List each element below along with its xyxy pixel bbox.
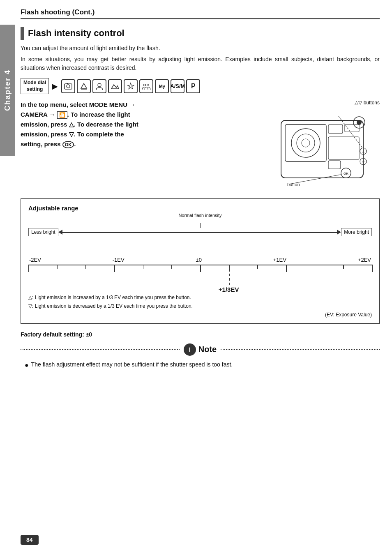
svg-point-10 (291, 129, 320, 157)
instruction-text: In the top menu, select MODE MENU → CAME… (21, 100, 256, 190)
less-bright-box: Less bright (28, 228, 58, 236)
mode-icon-portrait (92, 79, 106, 93)
mode-icon-asm: A/S/M (171, 79, 184, 93)
range-box-title: Adjustable range (28, 205, 372, 212)
chapter-tab: Chapter 4 (0, 25, 15, 156)
svg-rect-13 (328, 124, 343, 134)
more-bright-box: More bright (341, 228, 372, 236)
note-label-container: i Note (184, 343, 217, 356)
instruction-paragraph: In the top menu, select MODE MENU → CAME… (21, 100, 256, 149)
instruction-area: In the top menu, select MODE MENU → CAME… (21, 100, 380, 190)
svg-point-7 (147, 84, 149, 86)
scale-minus2ev: -2EV (29, 257, 41, 263)
right-arrow-line (200, 228, 341, 236)
mode-icon-night (124, 79, 138, 93)
mode-icon-camera (61, 79, 75, 93)
ticks-container: +1/3EV (28, 265, 372, 281)
svg-text:△: △ (362, 150, 365, 154)
current-indicator-line (229, 265, 230, 285)
note-text: ● The flash adjustment effect may not be… (25, 360, 380, 371)
section-title: Flash intensity control (28, 28, 125, 39)
camera-illustration: OK △ ▽ button (265, 108, 371, 190)
ev-note: (EV: Exposure Value) (28, 312, 372, 318)
svg-text:▽: ▽ (362, 160, 365, 164)
mode-icons: My A/S/M P (61, 79, 200, 93)
mode-icon-action (77, 79, 91, 93)
svg-text:OK: OK (344, 172, 348, 175)
note-divider: i Note (21, 343, 380, 356)
normal-flash-label: Normal flash intensity (178, 212, 221, 218)
mode-icon-p: P (186, 79, 200, 93)
mode-dial-arrow: ▶ (52, 82, 58, 91)
camera-area: △▽ buttons (265, 100, 380, 190)
scale-row: -2EV -1EV ±0 +1EV +2EV (28, 257, 372, 263)
bullet-symbol: ● (25, 360, 29, 371)
svg-point-11 (297, 134, 315, 152)
note-label-text: Note (198, 345, 217, 354)
mode-dial-label: Mode dial setting (21, 78, 49, 94)
current-value-label: +1/3EV (219, 286, 239, 293)
factory-default-label: Factory default setting: (21, 331, 84, 338)
heading-bar (21, 27, 24, 40)
svg-rect-15 (328, 137, 359, 159)
range-note-down: ▽: Light emission is decreased by a 1/3 … (28, 302, 372, 310)
top-section-title: Flash shooting (Cont.) (21, 8, 380, 16)
left-arrow-line (58, 228, 200, 236)
svg-point-6 (144, 84, 146, 86)
page-number: 84 (21, 535, 39, 545)
intro-line-2: In some situations, you may get better r… (21, 55, 380, 72)
top-section-heading: Flash shooting (Cont.) (21, 8, 380, 19)
svg-rect-2 (67, 83, 68, 84)
factory-default-value: ±0 (86, 331, 92, 338)
arrow-row: Less bright More bright (28, 228, 372, 236)
scale-minus1ev: -1EV (113, 257, 125, 263)
svg-marker-5 (128, 83, 134, 89)
scale-plus2ev: +2EV (358, 257, 371, 263)
main-page: Flash shooting (Cont.) Flash intensity c… (21, 0, 380, 371)
normal-flash-pointer (200, 223, 201, 228)
note-dots-left (21, 349, 180, 350)
range-note-up: △: Light emission is increased by a 1/3 … (28, 293, 372, 302)
svg-point-12 (302, 139, 310, 147)
mode-icon-my: My (155, 79, 169, 93)
mode-icon-group (139, 79, 153, 93)
dv-buttons-label: △▽ buttons (355, 100, 380, 106)
range-notes: △: Light emission is increased by a 1/3 … (28, 293, 372, 310)
note-icon: i (184, 343, 196, 356)
range-box: Adjustable range Normal flash intensity … (21, 198, 380, 324)
scale-zero: ±0 (196, 257, 202, 263)
svg-rect-8 (281, 120, 363, 178)
factory-default: Factory default setting: ±0 (21, 331, 380, 338)
svg-point-18 (357, 120, 362, 125)
svg-point-1 (67, 85, 70, 88)
flash-heading: Flash intensity control (21, 27, 380, 40)
scale-plus1ev: +1EV (273, 257, 286, 263)
chapter-label: Chapter 4 (3, 69, 12, 111)
note-item-1-text: The flash adjustment effect may not be s… (31, 360, 233, 369)
mode-dial-row: Mode dial setting ▶ (21, 78, 380, 94)
intro-line-1: You can adjust the amount of light emitt… (21, 44, 380, 53)
mode-icon-landscape (108, 79, 122, 93)
note-item-1: ● The flash adjustment effect may not be… (25, 360, 380, 371)
svg-point-4 (98, 83, 101, 87)
svg-text:button: button (287, 182, 300, 187)
note-dots-right (221, 349, 380, 350)
svg-rect-16 (328, 161, 341, 169)
svg-rect-14 (345, 124, 359, 132)
